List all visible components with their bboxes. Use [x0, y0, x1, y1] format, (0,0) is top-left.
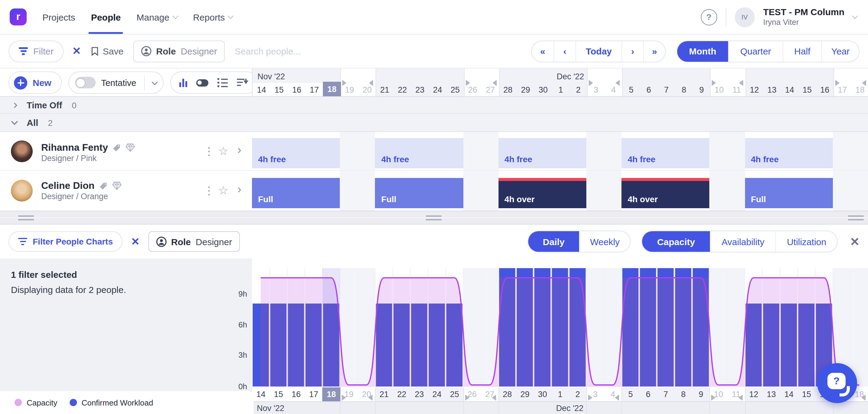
day-cell[interactable]: 25	[445, 387, 463, 401]
brand-logo-icon[interactable]: r	[10, 8, 27, 26]
day-cell[interactable]: 30	[534, 83, 552, 96]
day-cell[interactable]: 2	[569, 83, 587, 96]
splitter-grip[interactable]	[426, 215, 441, 220]
avatar[interactable]	[11, 140, 33, 162]
day-cell[interactable]: 11	[727, 387, 745, 401]
day-cell[interactable]: 20	[358, 83, 376, 96]
view-year[interactable]: Year	[822, 41, 859, 62]
group-row-all[interactable]: All 2	[0, 114, 868, 132]
day-cell[interactable]: 15	[270, 83, 288, 96]
allocation-bar-over[interactable]: 4h over	[498, 178, 587, 208]
day-cell[interactable]: 12	[745, 83, 763, 96]
weekend-collapse-left-icon[interactable]	[711, 394, 716, 401]
star-icon[interactable]: ☆	[218, 144, 228, 158]
step-back-button[interactable]: ‹	[554, 41, 576, 62]
day-cell[interactable]: 15	[798, 387, 816, 401]
collapse-chevron-icon[interactable]	[11, 118, 18, 125]
day-cell[interactable]: 12	[745, 387, 763, 401]
sort-icon[interactable]	[237, 78, 249, 87]
star-icon[interactable]: ☆	[218, 183, 228, 197]
view-half[interactable]: Half	[783, 41, 822, 62]
today-cell[interactable]: 18	[322, 387, 340, 401]
day-cell[interactable]: 27	[481, 83, 499, 96]
day-cell[interactable]: 8	[675, 387, 692, 401]
day-cell[interactable]: 6	[639, 387, 657, 401]
day-cell[interactable]: 8	[675, 83, 693, 96]
new-button[interactable]: New	[8, 71, 62, 94]
metric-utilization[interactable]: Utilization	[775, 231, 837, 252]
allocation-bar-full[interactable]: Full	[375, 178, 463, 208]
nav-item-reports[interactable]: Reports	[193, 0, 232, 34]
allocation-bar-full[interactable]: Full	[252, 178, 340, 208]
help-fab-button[interactable]: ?	[817, 363, 857, 403]
step-forward-far-button[interactable]: »	[643, 41, 665, 62]
day-cell[interactable]: 24	[429, 83, 446, 96]
day-cell[interactable]: 4	[604, 387, 622, 401]
day-cell[interactable]: 21	[375, 387, 393, 401]
nav-item-people[interactable]: People	[91, 0, 121, 34]
day-cell[interactable]: 20	[358, 387, 376, 401]
granularity-weekly[interactable]: Weekly	[579, 231, 630, 252]
weekend-collapse-right-icon[interactable]	[615, 80, 620, 86]
day-cell[interactable]: 30	[534, 387, 552, 401]
weekend-collapse-left-icon[interactable]	[589, 80, 593, 86]
day-cell[interactable]: 23	[411, 83, 429, 96]
weekend-collapse-right-icon[interactable]	[615, 394, 619, 401]
day-cell[interactable]: 25	[446, 83, 464, 96]
close-charts-icon[interactable]: ✕	[850, 235, 860, 248]
weekend-collapse-left-icon[interactable]	[588, 394, 592, 401]
day-cell[interactable]: 13	[763, 83, 781, 96]
kebab-menu-icon[interactable]: ⋮	[204, 145, 214, 158]
search-input[interactable]	[234, 45, 385, 57]
day-cell[interactable]: 28	[499, 83, 517, 96]
day-cell[interactable]: 15	[270, 387, 287, 401]
weekend-collapse-right-icon[interactable]	[739, 80, 743, 86]
day-cell[interactable]: 29	[516, 387, 534, 401]
capacity-chart[interactable]	[252, 268, 868, 387]
day-cell[interactable]: 16	[287, 387, 305, 401]
weekend-collapse-right-icon[interactable]	[492, 394, 496, 401]
user-avatar[interactable]: IV	[735, 7, 755, 27]
expand-person-chevron-icon[interactable]: ›	[238, 183, 241, 196]
day-cell[interactable]: 4	[604, 83, 622, 96]
weekend-collapse-right-icon[interactable]	[369, 80, 373, 86]
day-cell[interactable]: 7	[657, 83, 675, 96]
role-filter-chip[interactable]: Role Designer	[133, 40, 225, 62]
day-cell[interactable]: 14	[780, 83, 798, 96]
day-cell[interactable]: 24	[428, 387, 446, 401]
avatar[interactable]	[11, 180, 33, 202]
weekend-collapse-right-icon[interactable]	[862, 80, 866, 86]
day-cell[interactable]: 1	[551, 387, 569, 401]
day-cell[interactable]: 29	[517, 83, 534, 96]
day-cell[interactable]: 14	[252, 387, 270, 401]
weekend-collapse-left-icon[interactable]	[343, 80, 347, 86]
day-cell[interactable]: 7	[657, 387, 675, 401]
weekend-collapse-left-icon[interactable]	[835, 80, 840, 86]
today-cell[interactable]: 18	[323, 82, 341, 96]
tentative-chevron-icon[interactable]	[152, 79, 158, 85]
view-month[interactable]: Month	[677, 41, 728, 62]
group-row-timeoff[interactable]: Time Off 0	[0, 97, 868, 114]
help-icon[interactable]: ?	[701, 9, 717, 25]
user-names[interactable]: TEST - PM Column Iryna Viter	[763, 7, 844, 27]
nav-item-projects[interactable]: Projects	[42, 0, 75, 34]
day-cell[interactable]: 21	[376, 83, 394, 96]
save-view-button[interactable]: Save	[91, 46, 123, 56]
person-row[interactable]: Celine DionDesigner / Orange⋮☆›FullFull4…	[0, 171, 868, 211]
filter-people-charts-button[interactable]: Filter People Charts	[8, 231, 123, 252]
day-cell[interactable]: 9	[693, 83, 711, 96]
nav-item-manage[interactable]: Manage	[136, 0, 177, 34]
metric-availability[interactable]: Availability	[710, 231, 775, 252]
tentative-toggle[interactable]	[75, 77, 96, 89]
day-cell[interactable]: 5	[621, 387, 639, 401]
step-forward-button[interactable]: ›	[621, 41, 643, 62]
day-cell[interactable]: 28	[498, 387, 516, 401]
filter-button[interactable]: Filter	[8, 40, 64, 62]
today-button[interactable]: Today	[576, 41, 621, 62]
view-quarter[interactable]: Quarter	[728, 41, 783, 62]
switch-view-icon[interactable]	[196, 79, 208, 86]
expand-person-chevron-icon[interactable]: ›	[238, 143, 241, 157]
day-cell[interactable]: 14	[780, 387, 798, 401]
weekend-collapse-left-icon[interactable]	[712, 80, 716, 86]
weekend-collapse-left-icon[interactable]	[465, 394, 469, 401]
